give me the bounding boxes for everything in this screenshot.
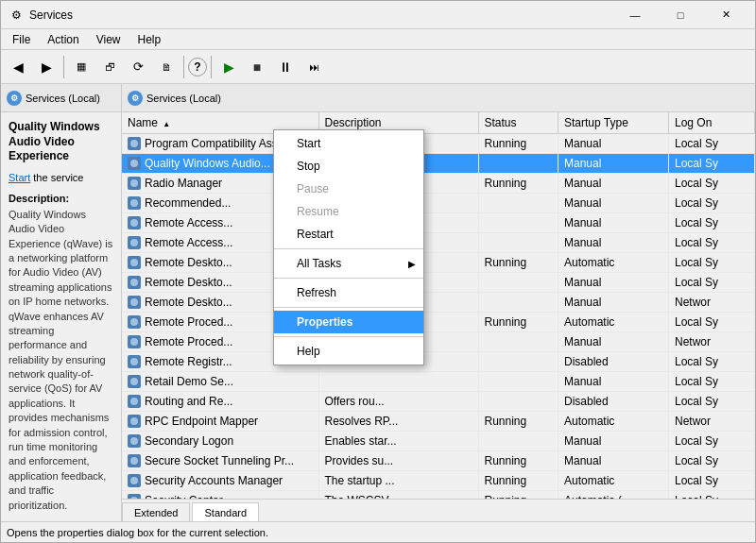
close-button[interactable]: ✕ [704,1,747,29]
context-menu-separator [274,307,423,308]
table-row[interactable]: Security CenterThe WSCSV...RunningAutoma… [122,491,755,500]
service-startup-cell: Manual [558,293,669,313]
toolbar-sep-3 [211,56,212,78]
service-name: Remote Registr... [145,355,232,368]
action-text: the service [30,172,83,183]
table-row[interactable]: Remote Registr...DisabledLocal Sy [122,352,755,372]
menu-view[interactable]: View [89,30,129,49]
table-row[interactable]: Secure Socket Tunneling Pr...Provides su… [122,451,755,471]
menu-action[interactable]: Action [40,30,86,49]
context-menu-item[interactable]: All Tasks▶ [274,252,423,275]
context-menu-item[interactable]: Restart [274,223,423,246]
table-row[interactable]: Remote Deskto...RunningAutomaticLocal Sy [122,253,755,273]
menu-file[interactable]: File [5,30,38,49]
service-startup-cell: Manual [558,432,669,451]
service-name-cell: Routing and Re... [122,392,318,412]
table-row[interactable]: Remote Deskto...ManualLocal Sy [122,273,755,293]
service-status-cell: Running [478,253,558,273]
table-row[interactable]: Remote Deskto...ManualNetwor [122,293,755,313]
col-header-status[interactable]: Status [478,112,558,134]
forward-button[interactable]: ▶ [33,54,60,80]
col-header-logon[interactable]: Log On [669,112,755,134]
status-bar: Opens the properties dialog box for the … [1,521,755,542]
context-menu-item[interactable]: Stop [274,155,423,178]
service-name: Remote Deskto... [145,256,232,269]
stop-button[interactable]: ■ [244,54,270,80]
col-header-startup[interactable]: Startup Type [558,112,669,134]
title-bar: ⚙ Services ― □ ✕ [1,1,755,29]
service-logon-cell: Local Sy [669,154,755,174]
table-row[interactable]: Remote Access...ManualLocal Sy [122,233,755,253]
menu-help[interactable]: Help [130,30,169,49]
service-name-cell: Secure Socket Tunneling Pr... [122,451,318,471]
service-desc-cell: Enables star... [318,432,478,451]
main-window: ⚙ Services ― □ ✕ File Action View Help ◀… [0,0,756,543]
context-menu-item-label: Resume [297,205,339,218]
table-row[interactable]: Routing and Re...Offers rou...DisabledLo… [122,392,755,412]
context-menu-item[interactable]: Properties [274,311,423,333]
context-menu-item[interactable]: Pause [274,178,423,200]
service-status-cell [478,432,558,451]
context-menu-item[interactable]: Help [274,340,423,363]
table-row[interactable]: Secondary LogonEnables star...ManualLoca… [122,432,755,451]
service-logon-cell: Local Sy [669,273,755,293]
service-desc-cell: The WSCSV... [318,491,478,500]
table-row[interactable]: Recommended...ManualLocal Sy [122,194,755,213]
context-menu-item[interactable]: Start [274,132,423,155]
table-row[interactable]: Remote Proced...RunningAutomaticLocal Sy [122,313,755,332]
start-link[interactable]: Start [9,172,30,183]
service-name: RPC Endpoint Mapper [145,415,258,428]
table-row[interactable]: Program Compatibility Assi...This servic… [122,134,755,154]
service-name: Radio Manager [145,177,222,190]
service-logon-cell: Local Sy [669,392,755,412]
table-row[interactable]: Remote Proced...ManualNetwor [122,332,755,352]
service-status-cell [478,293,558,313]
service-icon [128,415,141,428]
table-row[interactable]: Retail Demo Se...ManualLocal Sy [122,372,755,392]
service-logon-cell: Local Sy [669,233,755,253]
context-menu-item[interactable]: Resume [274,200,423,223]
window-title: Services [29,8,613,22]
minimize-button[interactable]: ― [613,1,657,29]
service-icon [128,434,141,448]
tab-extended[interactable]: Extended [122,502,190,521]
table-row[interactable]: Security Accounts ManagerThe startup ...… [122,471,755,491]
service-logon-cell: Local Sy [669,372,755,392]
export-button[interactable]: 🗎 [153,54,180,80]
context-menu-item-label: Start [297,137,320,150]
show-hide-console-button[interactable]: ▦ [68,54,94,80]
maximize-button[interactable]: □ [659,1,702,29]
service-status-cell: Running [478,313,558,332]
play-button[interactable]: ▶ [215,54,242,80]
new-window-button[interactable]: 🗗 [96,54,123,80]
table-row[interactable]: Remote Access...ManualLocal Sy [122,213,755,233]
context-menu-item[interactable]: Refresh [274,281,423,304]
restart-button[interactable]: ⏭ [301,54,327,80]
service-icon [128,216,141,229]
service-startup-cell: Disabled [558,352,669,372]
table-row[interactable]: RPC Endpoint MapperResolves RP...Running… [122,412,755,432]
context-menu-item-label: Pause [297,182,329,195]
context-menu-separator [274,248,423,249]
services-table-container[interactable]: Name ▲ Description Status Startup Type L… [122,112,755,499]
table-row[interactable]: Quality Windows Audio...qWave Ne...Manua… [122,154,755,174]
service-logon-cell: Local Sy [669,134,755,154]
service-status-cell [478,332,558,352]
service-status-cell: Running [478,471,558,491]
service-desc-cell: Offers rou... [318,392,478,412]
back-button[interactable]: ◀ [5,54,31,80]
refresh-button[interactable]: ⟳ [125,54,151,80]
service-status-cell [478,352,558,372]
service-desc-cell [318,372,478,392]
service-startup-cell: Manual [558,213,669,233]
table-row[interactable]: Radio ManagerRunningManualLocal Sy [122,174,755,194]
service-name: Remote Deskto... [145,296,232,309]
description-text: Quality Windows Audio Video Experience (… [9,208,113,513]
help-button[interactable]: ? [188,58,207,76]
service-status-cell [478,194,558,213]
description-label: Description: [9,193,113,204]
service-logon-cell: Local Sy [669,352,755,372]
pause-button[interactable]: ⏸ [272,54,299,80]
tab-standard[interactable]: Standard [192,502,259,521]
service-icon [128,177,141,190]
